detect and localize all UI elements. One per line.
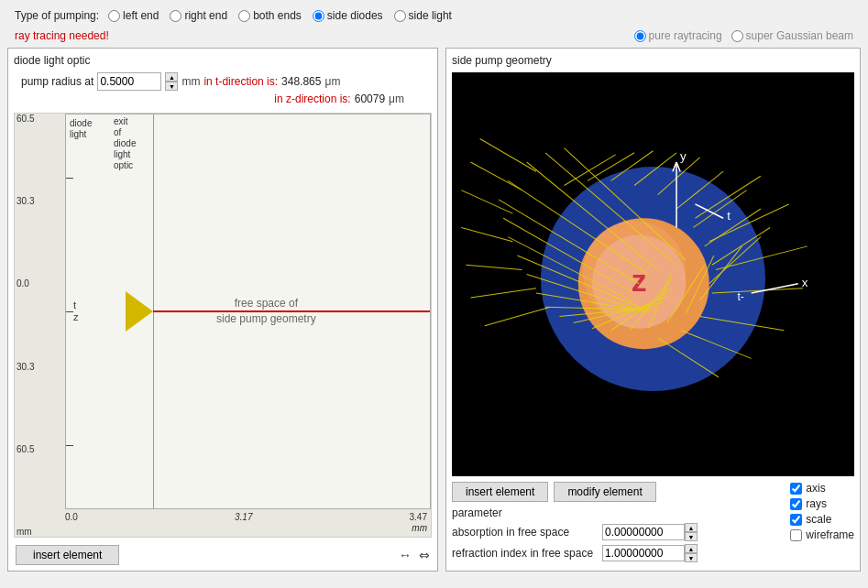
refraction-row: refraction index in free space ▲ ▼ (452, 544, 779, 562)
checkbox-scale[interactable]: scale (790, 513, 854, 526)
t-direction-value: 348.865 (281, 75, 321, 88)
pump-radius-input[interactable] (97, 72, 161, 91)
bottom-controls: insert element modify element parameter … (452, 482, 854, 565)
viz-area: z (452, 72, 854, 476)
param-title: parameter (452, 506, 779, 519)
radio-both-ends[interactable]: both ends (238, 9, 302, 22)
absorption-input[interactable] (602, 524, 685, 540)
y-label-60-5-top: 60.5 (16, 114, 34, 124)
refraction-up[interactable]: ▲ (685, 544, 698, 553)
radio-super-gaussian[interactable]: super Gaussian beam (731, 29, 853, 42)
radio-side-diodes[interactable]: side diodes (313, 9, 383, 22)
radio-left-end[interactable]: left end (108, 9, 159, 22)
free-space-label: free space ofside pump geometry (216, 296, 316, 327)
checkbox-section: axis rays scale wireframe (790, 482, 854, 541)
y-label-30-3-bot: 30.3 (16, 362, 34, 372)
t-direction-label: in t-direction is: (203, 75, 278, 88)
param-fields: parameter absorption in free space ▲ ▼ (452, 506, 779, 565)
double-arrow-icon[interactable]: ⇔ (419, 548, 430, 562)
expand-icon[interactable]: ↔ (399, 548, 412, 562)
insert-element-button[interactable]: insert element (16, 545, 119, 565)
tick-top (66, 178, 73, 179)
bottom-toolbar: insert element ↔ ⇔ (14, 545, 432, 565)
radio-right-end[interactable]: right end (170, 9, 227, 22)
diagram-inner: diodelight exitofdiodelightoptic tz free… (65, 114, 431, 509)
diode-triangle (126, 291, 153, 332)
absorption-row: absorption in free space ▲ ▼ (452, 523, 779, 541)
arrow-buttons: ↔ ⇔ (399, 548, 430, 562)
refraction-spinner[interactable]: ▲ ▼ (685, 544, 698, 562)
x-label-3-17: 3.17 (235, 512, 252, 522)
z-direction-row: in z-direction is: 60079 μm (14, 93, 432, 105)
warning-bar: ray tracing needed! pure raytracing supe… (0, 27, 868, 48)
diode-optic-title: diode light optic (14, 54, 432, 67)
x-axis-labels: 0.0 3.17 3.47 (65, 512, 427, 522)
absorption-spinner[interactable]: ▲ ▼ (685, 523, 698, 541)
side-pump-title: side pump geometry (452, 54, 854, 67)
pump-radius-spinner[interactable]: ▲ ▼ (165, 72, 178, 91)
svg-text:t: t (727, 209, 731, 223)
param-section: parameter absorption in free space ▲ ▼ (452, 506, 779, 565)
x-label-3-47: 3.47 (410, 512, 427, 522)
y-label-mm: mm (16, 527, 34, 537)
svg-text:y: y (680, 149, 687, 163)
tick-bot (66, 445, 73, 446)
diagram-area: 60.5 30.3 0.0 30.3 60.5 mm diodelight ex… (14, 113, 432, 538)
z-direction-value: 60079 (355, 93, 385, 105)
element-buttons: insert element modify element (452, 482, 779, 502)
checkbox-rays[interactable]: rays (790, 497, 854, 510)
y-label-0: 0.0 (16, 278, 34, 289)
insert-element-right-button[interactable]: insert element (452, 482, 548, 502)
x-label-0: 0.0 (65, 512, 78, 522)
y-label-30-3-top: 30.3 (16, 196, 34, 206)
t-direction-unit: μm (324, 75, 340, 88)
left-panel: diode light optic pump radius at ▲ ▼ mm … (7, 48, 438, 572)
modify-element-button[interactable]: modify element (554, 482, 655, 502)
top-bar: Type of pumping: left end right end both… (0, 0, 868, 27)
refraction-down[interactable]: ▼ (685, 553, 698, 562)
y-axis-labels: 60.5 30.3 0.0 30.3 60.5 mm (16, 114, 34, 537)
warning-text: ray tracing needed! (15, 29, 109, 42)
tick-mid (66, 311, 73, 312)
checkbox-axis[interactable]: axis (790, 482, 854, 495)
pump-radius-unit: mm (181, 75, 200, 88)
tz-label: tz (73, 299, 79, 323)
y-label-60-5-bot: 60.5 (16, 444, 34, 454)
pump-radius-row: pump radius at ▲ ▼ mm in t-direction is:… (14, 72, 432, 91)
main-content: diode light optic pump radius at ▲ ▼ mm … (0, 48, 868, 572)
refraction-input[interactable] (602, 545, 685, 561)
right-panel: side pump geometry z (445, 48, 861, 572)
refraction-label: refraction index in free space (452, 547, 599, 560)
svg-text:t-: t- (737, 290, 743, 303)
checkbox-wireframe[interactable]: wireframe (790, 528, 854, 541)
pumping-type-label: Type of pumping: (15, 9, 99, 22)
pump-radius-label: pump radius at (21, 75, 93, 88)
diode-light-label: diodelight (70, 118, 92, 140)
pump-radius-up[interactable]: ▲ (165, 72, 178, 82)
pump-radius-down[interactable]: ▼ (165, 82, 178, 91)
refraction-input-wrap: ▲ ▼ (602, 544, 698, 562)
exit-label: exitofdiodelightoptic (114, 116, 136, 171)
radio-pure-raytracing[interactable]: pure raytracing (634, 29, 722, 42)
z-direction-label: in z-direction is: (274, 93, 350, 105)
absorption-up[interactable]: ▲ (685, 523, 698, 532)
absorption-input-wrap: ▲ ▼ (602, 523, 698, 541)
pumping-options: left end right end both ends side diodes… (108, 9, 452, 22)
raytracing-options: pure raytracing super Gaussian beam (634, 29, 853, 42)
z-direction-unit: μm (389, 93, 404, 105)
absorption-label: absorption in free space (452, 526, 599, 539)
svg-text:x: x (802, 276, 808, 289)
absorption-down[interactable]: ▼ (685, 532, 698, 541)
x-unit-label: mm (412, 523, 427, 533)
radio-side-light[interactable]: side light (394, 9, 452, 22)
